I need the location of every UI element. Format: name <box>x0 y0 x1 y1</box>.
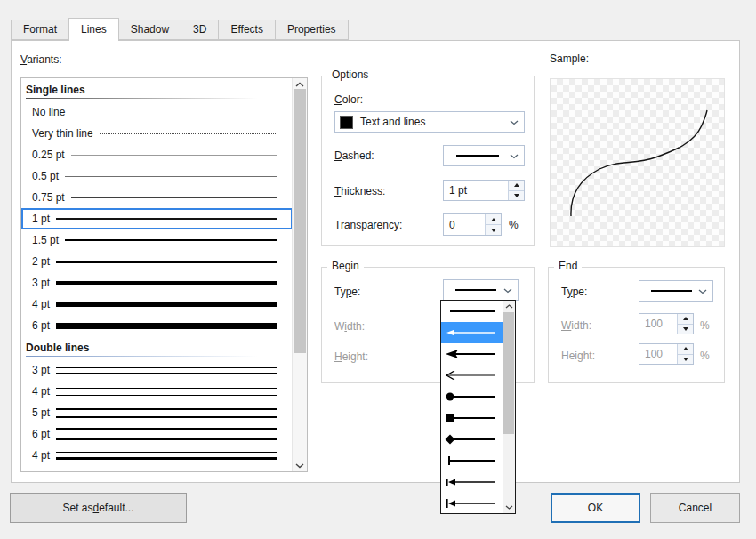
variant-item[interactable]: 3 pt <box>21 272 293 294</box>
variant-label: 2 pt <box>32 255 50 268</box>
variant-item[interactable]: 6 pt <box>21 423 293 445</box>
tab-effects[interactable]: Effects <box>218 20 275 40</box>
bar-arrow-tall-glyph <box>443 496 502 511</box>
variant-item[interactable]: 0.75 pt <box>21 187 293 208</box>
spin-up-button[interactable] <box>486 214 501 224</box>
line-properties-dialog: Format Lines Shadow 3D Effects Propertie… <box>0 0 756 539</box>
spin-up-button[interactable] <box>678 314 693 324</box>
chevron-down-icon <box>510 149 519 162</box>
variant-item[interactable]: 4 pt <box>21 445 293 466</box>
variant-item[interactable]: Very thin line <box>21 123 293 144</box>
variant-label: 4 pt <box>32 449 50 462</box>
arrow-style-option-square-start[interactable] <box>441 407 503 429</box>
variant-item[interactable]: 5 pt <box>21 402 293 423</box>
tab-shadow[interactable]: Shadow <box>118 20 181 40</box>
line-preview <box>56 367 277 374</box>
variant-label: 0.5 pt <box>32 170 59 182</box>
tab-lines[interactable]: Lines <box>68 18 119 41</box>
thickness-spinner[interactable]: 1 pt <box>443 180 525 201</box>
thickness-label: Thickness: <box>334 185 385 197</box>
end-type-select[interactable] <box>639 280 713 302</box>
ok-button[interactable]: OK <box>551 493 640 523</box>
end-height-spinner[interactable]: 100 <box>639 343 694 365</box>
spin-down-button[interactable] <box>486 224 501 235</box>
thickness-value: 1 pt <box>444 184 508 197</box>
tab-properties[interactable]: Properties <box>275 20 349 40</box>
begin-type-select[interactable] <box>443 279 519 301</box>
arrow-style-sample <box>651 290 692 292</box>
sample-preview <box>550 78 725 247</box>
chevron-down-icon <box>698 285 707 297</box>
line-preview <box>65 176 277 177</box>
arrow-style-options <box>441 301 503 513</box>
line-preview <box>71 155 277 156</box>
color-select-value: Text and lines <box>360 116 425 128</box>
line-preview <box>56 452 277 460</box>
variant-item[interactable]: 3 pt <box>21 359 293 381</box>
tab-3d[interactable]: 3D <box>181 20 219 40</box>
arrow-style-option-concave-arrow[interactable] <box>441 343 503 365</box>
line-preview <box>65 239 277 241</box>
set-as-default-button[interactable]: Set as default... <box>10 493 187 523</box>
end-height-unit: % <box>700 350 710 362</box>
begin-group-title: Begin <box>327 260 364 272</box>
arrow-glyph <box>443 326 502 340</box>
dashed-style-select[interactable] <box>443 145 525 166</box>
variant-item[interactable]: 6 pt <box>21 315 293 336</box>
begin-width-label: Width: <box>334 320 365 333</box>
arrow-style-option-arrow[interactable] <box>441 322 503 343</box>
variant-label: 3 pt <box>32 277 50 289</box>
variant-item[interactable]: 0.25 pt <box>21 144 293 165</box>
variant-item[interactable]: 1 pt <box>21 208 293 229</box>
variant-label: 4 pt <box>32 298 50 310</box>
arrow-style-dropdown <box>440 300 516 514</box>
variant-item[interactable]: 2 pt <box>21 251 293 272</box>
line-preview <box>71 197 277 198</box>
cancel-button[interactable]: Cancel <box>650 493 740 523</box>
arrow-style-option-circle-start[interactable] <box>441 386 503 407</box>
variant-item[interactable]: 4 pt <box>21 381 293 402</box>
arrow-style-option-bar-start[interactable] <box>441 450 503 471</box>
color-label: Color: <box>334 93 363 106</box>
spin-down-button[interactable] <box>509 190 524 201</box>
tab-bar: Format Lines Shadow 3D Effects Propertie… <box>11 18 349 41</box>
end-width-spinner[interactable]: 100 <box>639 313 694 334</box>
variant-label: 3 pt <box>32 364 50 376</box>
bar-arrow-glyph <box>443 475 502 489</box>
line-preview <box>56 428 277 440</box>
spinner-buttons <box>485 214 501 235</box>
spin-down-button[interactable] <box>678 354 693 365</box>
color-select[interactable]: Text and lines <box>334 111 525 133</box>
line-preview <box>56 388 277 396</box>
variant-label: 0.75 pt <box>32 191 65 204</box>
spin-up-button[interactable] <box>678 344 693 354</box>
line-preview <box>56 323 277 329</box>
scrollbar-thumb[interactable] <box>503 312 514 434</box>
variants-group-header: Single lines <box>21 78 293 101</box>
dropdown-scrollbar[interactable] <box>503 301 515 513</box>
transparency-spinner[interactable]: 0 <box>443 213 502 236</box>
variant-label: 1.5 pt <box>32 234 59 246</box>
transparency-unit: % <box>509 219 519 231</box>
arrow-style-option-open-arrow[interactable] <box>441 365 503 386</box>
chevron-down-icon <box>503 284 512 296</box>
tab-format[interactable]: Format <box>11 20 69 40</box>
spin-up-button[interactable] <box>509 181 524 190</box>
arrow-style-option-bar-arrow[interactable] <box>441 471 503 493</box>
scroll-down-icon[interactable] <box>293 460 307 471</box>
variant-label: Very thin line <box>32 127 93 140</box>
variant-item[interactable]: 0.5 pt <box>21 165 293 187</box>
arrow-style-option-plain-line[interactable] <box>441 301 503 322</box>
variant-item[interactable]: 4 pt <box>21 294 293 315</box>
arrow-style-option-diamond-start[interactable] <box>441 429 503 450</box>
variants-scrollbar[interactable] <box>292 78 307 471</box>
spin-down-button[interactable] <box>678 324 693 334</box>
arrow-style-option-bar-arrow-tall[interactable] <box>441 493 503 514</box>
scroll-up-icon[interactable] <box>503 301 515 312</box>
variant-item[interactable]: No line <box>21 101 293 123</box>
solid-line-sample <box>456 155 499 157</box>
variant-item[interactable]: 1.5 pt <box>21 229 293 251</box>
scrollbar-thumb[interactable] <box>294 89 306 353</box>
scroll-down-icon[interactable] <box>503 502 515 513</box>
end-width-value: 100 <box>639 318 677 330</box>
